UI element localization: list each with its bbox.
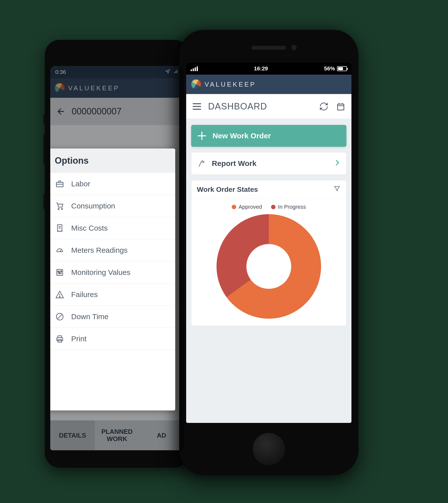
signal-icon	[174, 69, 179, 75]
svg-rect-11	[337, 104, 344, 110]
block-icon	[55, 312, 65, 322]
legend-dot	[271, 205, 276, 209]
hammer-icon	[197, 159, 206, 168]
signal-icon	[191, 66, 198, 71]
legend-label: In Progress	[278, 204, 306, 210]
side-button	[43, 194, 45, 209]
status-bar: 0:36	[50, 66, 184, 78]
legend-approved: Approved	[232, 204, 262, 210]
sliders-icon	[55, 267, 65, 277]
option-label: Monitoring Values	[71, 268, 130, 277]
cart-icon	[55, 201, 65, 211]
option-print[interactable]: Print	[50, 328, 175, 350]
option-label: Misc Costs	[71, 224, 108, 232]
phone-speaker	[251, 46, 286, 50]
location-icon	[165, 69, 170, 75]
phone-camera	[291, 45, 297, 50]
legend-dot	[232, 205, 236, 209]
option-label: Consumption	[71, 202, 115, 210]
report-work-row[interactable]: Report Work	[191, 152, 346, 175]
page-title: 0000000007	[72, 106, 121, 117]
page-titlebar: DASHBOARD	[186, 94, 351, 119]
status-time: 16:29	[254, 65, 268, 72]
side-button	[43, 134, 45, 164]
battery-icon	[337, 66, 347, 71]
option-labor[interactable]: Labor	[50, 173, 175, 195]
option-monitoring-values[interactable]: Monitoring Values	[50, 261, 175, 284]
svg-rect-0	[56, 182, 63, 187]
tab-details[interactable]: DETAILS	[50, 420, 95, 450]
calendar-icon[interactable]	[335, 101, 346, 112]
brand-bar: VALUEKEEP	[186, 75, 351, 94]
option-failures[interactable]: Failures	[50, 284, 175, 306]
warning-icon	[55, 290, 65, 300]
option-meters-readings[interactable]: Meters Readings	[50, 239, 175, 261]
plus-icon	[198, 132, 206, 140]
row-label: Report Work	[212, 159, 256, 168]
options-panel: Options Labor Consumption	[50, 149, 175, 410]
chart-legend: Approved In Progress	[191, 199, 346, 212]
work-order-states-card: Work Order States Approved In Progress	[191, 180, 346, 326]
tab-planned-work[interactable]: PLANNED WORK	[95, 420, 139, 450]
option-down-time[interactable]: Down Time	[50, 306, 175, 328]
page-title: DASHBOARD	[208, 101, 313, 112]
svg-point-6	[61, 271, 62, 272]
bottom-tabs: DETAILS PLANNED WORK AD	[50, 420, 184, 450]
option-label: Failures	[71, 290, 98, 299]
card-title: Work Order States	[197, 186, 258, 194]
hamburger-menu-icon[interactable]	[191, 101, 203, 112]
legend-label: Approved	[239, 204, 262, 210]
side-button	[43, 114, 45, 124]
status-bar: 16:29 56%	[186, 63, 351, 75]
donut-hole	[246, 244, 291, 289]
svg-point-2	[61, 208, 63, 210]
svg-point-5	[59, 273, 60, 274]
donut-chart	[217, 214, 321, 319]
legend-in-progress: In Progress	[271, 204, 306, 210]
tab-ad[interactable]: AD	[139, 420, 184, 450]
options-header: Options	[50, 149, 175, 173]
svg-point-1	[58, 208, 59, 210]
options-list: Labor Consumption Misc Costs	[50, 173, 175, 350]
brand-logo-icon	[191, 79, 201, 89]
battery-text: 56%	[324, 65, 335, 72]
filter-icon[interactable]	[333, 185, 341, 194]
svg-point-4	[58, 271, 59, 272]
gauge-icon	[55, 245, 65, 255]
new-work-order-button[interactable]: New Work Order	[191, 125, 346, 147]
brand-bar: VALUEKEEP	[50, 78, 184, 98]
home-button[interactable]	[253, 433, 285, 465]
status-time: 0:36	[55, 69, 66, 75]
option-consumption[interactable]: Consumption	[50, 195, 175, 217]
refresh-icon[interactable]	[318, 101, 330, 112]
printer-icon	[55, 334, 65, 344]
brand-name: VALUEKEEP	[205, 81, 256, 88]
receipt-icon	[55, 223, 65, 233]
page-titlebar: 0000000007	[50, 98, 184, 125]
briefcase-icon	[55, 179, 65, 189]
chevron-right-icon	[333, 157, 341, 170]
option-label: Meters Readings	[71, 246, 128, 254]
button-label: New Work Order	[213, 132, 271, 140]
brand-name: VALUEKEEP	[68, 84, 120, 92]
android-phone-mockup: 0:36 VALUEKEEP 0000000007	[45, 40, 189, 468]
brand-logo-icon	[55, 83, 65, 93]
option-misc-costs[interactable]: Misc Costs	[50, 217, 175, 239]
back-arrow-icon[interactable]	[55, 106, 67, 117]
option-label: Down Time	[71, 312, 109, 321]
svg-point-7	[59, 297, 60, 297]
option-label: Print	[71, 335, 87, 343]
option-label: Labor	[71, 180, 90, 188]
iphone-mockup: 16:29 56% VALUEKEEP DASHBOARD	[179, 30, 358, 475]
